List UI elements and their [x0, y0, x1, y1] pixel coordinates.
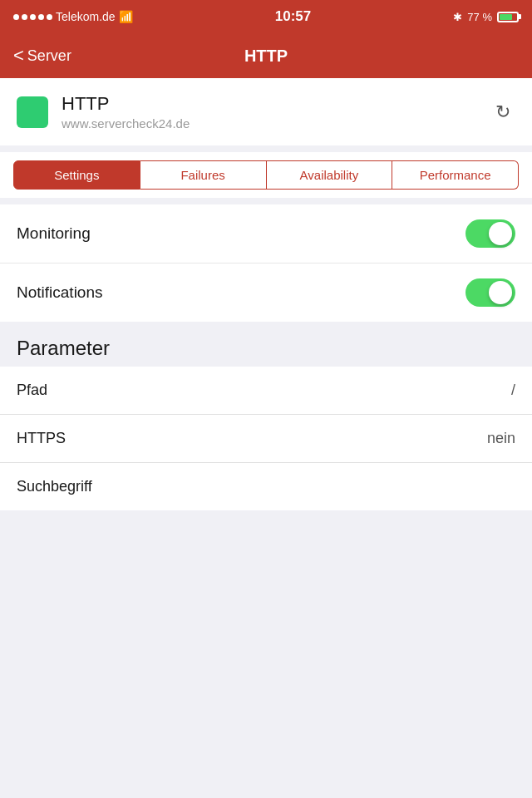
bluetooth-icon: ✱ — [453, 11, 462, 23]
status-bar-time: 10:57 — [275, 8, 311, 25]
https-label: HTTPS — [17, 430, 66, 447]
battery-fill — [500, 14, 512, 20]
refresh-button[interactable]: ↻ — [490, 96, 515, 128]
nav-title: HTTP — [244, 47, 288, 66]
pfad-value: / — [511, 382, 515, 399]
status-bar-right: ✱ 77 % — [453, 11, 519, 23]
notifications-label: Notifications — [17, 283, 103, 302]
suchbegriff-row[interactable]: Suchbegriff — [0, 463, 532, 510]
notifications-toggle-knob — [489, 281, 512, 304]
header-subtitle: www.servercheck24.de — [62, 116, 190, 131]
tab-performance[interactable]: Performance — [392, 160, 519, 190]
parameters-section: Pfad / HTTPS nein Suchbegriff — [0, 367, 532, 510]
status-indicator — [17, 96, 48, 128]
monitoring-toggle[interactable] — [466, 219, 515, 248]
header-left: HTTP www.servercheck24.de — [17, 93, 190, 131]
tab-settings[interactable]: Settings — [13, 160, 140, 190]
toggles-section: Monitoring Notifications — [0, 204, 532, 322]
https-value: nein — [487, 430, 515, 447]
wifi-icon: 📶 — [119, 10, 133, 23]
monitoring-label: Monitoring — [17, 224, 91, 243]
parameter-section-header: Parameter — [0, 328, 532, 367]
battery-percentage: 77 % — [467, 11, 492, 23]
header-info: HTTP www.servercheck24.de — [62, 93, 190, 131]
tab-failures[interactable]: Failures — [140, 160, 267, 190]
back-chevron-icon: < — [13, 47, 24, 65]
battery-indicator — [497, 12, 519, 22]
monitoring-row: Monitoring — [0, 204, 532, 264]
pfad-label: Pfad — [17, 382, 47, 399]
status-bar: Telekom.de 📶 10:57 ✱ 77 % — [0, 0, 532, 33]
battery-icon — [497, 12, 519, 22]
signal-dots — [13, 14, 52, 20]
status-bar-left: Telekom.de 📶 — [13, 10, 133, 23]
monitoring-toggle-knob — [489, 222, 512, 245]
tab-availability[interactable]: Availability — [267, 160, 393, 190]
header-title: HTTP — [62, 93, 190, 115]
back-button[interactable]: < Server — [13, 47, 71, 65]
https-row[interactable]: HTTPS nein — [0, 415, 532, 463]
notifications-row: Notifications — [0, 264, 532, 322]
notifications-toggle[interactable] — [466, 278, 515, 307]
carrier-label: Telekom.de — [56, 10, 116, 23]
tabs-container: Settings Failures Availability Performan… — [0, 152, 532, 198]
back-label: Server — [27, 47, 71, 65]
parameter-title: Parameter — [17, 337, 515, 360]
header-card: HTTP www.servercheck24.de ↻ — [0, 78, 532, 145]
suchbegriff-label: Suchbegriff — [17, 478, 92, 495]
pfad-row[interactable]: Pfad / — [0, 367, 532, 415]
nav-bar: < Server HTTP — [0, 33, 532, 78]
